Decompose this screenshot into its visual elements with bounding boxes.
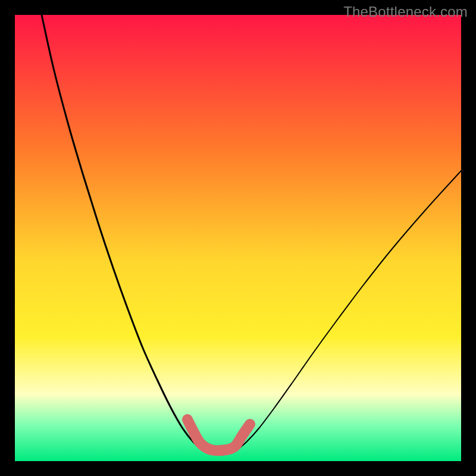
plot-area (15, 15, 461, 461)
gradient-background (15, 15, 461, 461)
watermark-text: TheBottleneck.com (343, 4, 468, 20)
chart-svg (15, 15, 461, 461)
chart-frame: TheBottleneck.com (0, 0, 476, 476)
